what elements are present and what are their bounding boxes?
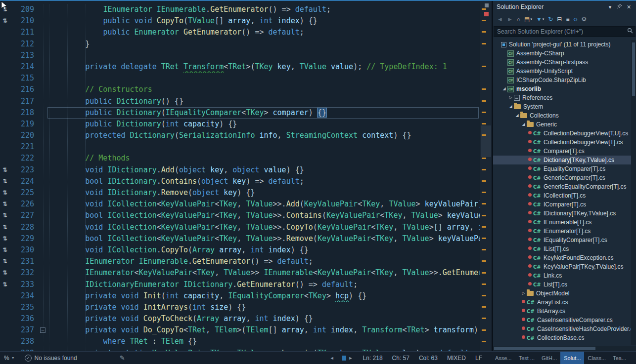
line-number[interactable]: 212	[15, 39, 39, 50]
code-text[interactable]: public Enumerator GetEnumerator() => def…	[49, 27, 480, 38]
line-number[interactable]: 235	[15, 302, 39, 313]
collapsed-arrow-icon[interactable]: ▷	[507, 93, 514, 102]
code-text[interactable]: bool ICollection<KeyValuePair<TKey, TVal…	[49, 210, 480, 221]
line-number[interactable]: 233	[15, 279, 39, 290]
code-text[interactable]	[49, 73, 480, 84]
code-line-227[interactable]: ⇅227 bool ICollection<KeyValuePair<TKey,…	[0, 210, 480, 221]
code-line-216[interactable]: 216 // Constructors	[0, 84, 480, 95]
tree-item[interactable]: C#BitArray.cs	[493, 307, 631, 316]
code-text[interactable]: void ICollection<KeyValuePair<TKey, TVal…	[49, 222, 480, 233]
status-dot-cell[interactable]	[527, 138, 533, 147]
fold-margin[interactable]	[39, 130, 49, 141]
fold-margin[interactable]	[39, 73, 49, 84]
status-dot-cell[interactable]	[527, 173, 533, 182]
line-number[interactable]: 226	[15, 199, 39, 210]
fold-margin[interactable]	[39, 290, 49, 302]
fold-margin[interactable]	[39, 164, 49, 176]
tree-item[interactable]: C#CollectionBase.cs	[493, 333, 631, 342]
status-line[interactable]: Ln: 218	[363, 355, 383, 362]
tree-horizontal-scrollbar[interactable]	[493, 346, 631, 351]
code-line-218[interactable]: 218 public Dictionary(IEqualityComparer<…	[0, 107, 480, 119]
status-dot-cell[interactable]	[520, 324, 527, 333]
status-dot-cell[interactable]	[527, 271, 533, 280]
line-number[interactable]: 236	[15, 313, 39, 324]
collapse-all-icon[interactable]: ⊟	[557, 16, 562, 22]
status-dot-cell[interactable]	[520, 333, 527, 342]
preview-code-icon[interactable]: ‹›	[573, 16, 577, 22]
status-dot-cell[interactable]	[520, 316, 527, 324]
tree-item[interactable]: ◢C#mscorlib	[493, 84, 631, 93]
fold-margin[interactable]	[39, 50, 49, 61]
tree-item[interactable]: C#IEqualityComparer[T].cs	[493, 236, 631, 244]
fold-margin[interactable]	[39, 256, 49, 267]
code-line-213[interactable]: 213	[0, 50, 480, 61]
fold-margin[interactable]	[39, 210, 49, 221]
line-number[interactable]: 238	[15, 336, 39, 347]
code-line-211[interactable]: 211 public Enumerator GetEnumerator() =>…	[0, 27, 480, 38]
panel-tab[interactable]: Asse...	[492, 352, 515, 364]
panel-tab[interactable]: Tea...	[609, 352, 630, 364]
tree-item[interactable]: C#CollectionDebuggerView[T].cs	[493, 138, 631, 147]
tree-item[interactable]: C#IList[T].cs	[493, 244, 631, 253]
tree-item[interactable]: C#Link.cs	[493, 271, 631, 280]
fold-margin[interactable]	[39, 267, 49, 279]
code-text[interactable]: private void CopyToCheck(Array array, in…	[49, 313, 480, 324]
nav-forward-icon[interactable]: ►	[349, 356, 353, 361]
code-line-237[interactable]: 237− private void Do_CopyTo<TRet, TElem>…	[0, 324, 480, 336]
fold-margin[interactable]	[39, 313, 49, 324]
fold-margin[interactable]	[39, 302, 49, 313]
status-dot-cell[interactable]	[527, 191, 533, 200]
fold-margin[interactable]	[39, 153, 49, 164]
fold-margin[interactable]	[39, 84, 49, 95]
code-text[interactable]: bool IDictionary.Contains(object key) =>…	[49, 176, 480, 187]
fold-margin[interactable]	[39, 4, 49, 15]
tree-item[interactable]: C#Dictionary[TKey,TValue].cs	[493, 156, 631, 164]
status-dot-cell[interactable]	[527, 164, 533, 173]
fold-margin[interactable]	[39, 96, 49, 107]
fold-margin[interactable]	[39, 187, 49, 199]
code-text[interactable]: public Dictionary(int capacity) {}	[49, 119, 480, 130]
code-line-234[interactable]: 234 private void Init(int capacity, IEqu…	[0, 290, 480, 302]
fold-margin[interactable]	[39, 222, 49, 233]
search-icon[interactable]	[625, 27, 635, 36]
fold-margin[interactable]	[39, 107, 49, 119]
tree-item[interactable]: ▷ObjectModel	[493, 289, 631, 298]
status-dot-cell[interactable]	[527, 227, 533, 236]
fold-margin[interactable]	[39, 233, 49, 244]
scrollbar-thumb[interactable]	[632, 42, 635, 96]
code-line-221[interactable]: 221	[0, 141, 480, 153]
line-number[interactable]: 223	[15, 164, 39, 176]
status-dot-cell[interactable]	[520, 307, 527, 316]
tree-item[interactable]: C#Assembly-UnityScript	[493, 67, 631, 76]
tree-item[interactable]: C#GenericEqualityComparer[T].cs	[493, 182, 631, 191]
tree-item[interactable]: C#IEnumerator[T].cs	[493, 227, 631, 236]
code-line-238[interactable]: 238 where TRet : TElem {}	[0, 336, 480, 347]
line-number[interactable]: 217	[15, 96, 39, 107]
code-text[interactable]: IEnumerator IEnumerable.GetEnumerator() …	[49, 4, 480, 15]
code-line-215[interactable]: 215	[0, 73, 480, 84]
code-line-232[interactable]: ⇅232 IEnumerator<KeyValuePair<TKey, TVal…	[0, 267, 480, 279]
panel-tab[interactable]: Test ...	[515, 352, 538, 364]
code-line-228[interactable]: ⇅228 void ICollection<KeyValuePair<TKey,…	[0, 222, 480, 233]
code-text[interactable]: }	[49, 39, 480, 50]
fold-margin[interactable]	[39, 336, 49, 347]
panel-tab[interactable]: Solut...	[560, 352, 584, 364]
line-number[interactable]: 209	[15, 4, 39, 15]
fold-margin[interactable]	[39, 15, 49, 27]
code-line-224[interactable]: ⇅224 bool IDictionary.Contains(object ke…	[0, 176, 480, 187]
code-text[interactable]: IEnumerator IEnumerable.GetEnumerator() …	[49, 256, 480, 267]
fold-margin[interactable]	[39, 61, 49, 73]
fold-margin[interactable]	[39, 176, 49, 187]
status-dot-cell[interactable]	[527, 209, 533, 218]
tree-item[interactable]: C#CaseInsensitiveHashCodeProvider.cs	[493, 324, 631, 333]
implements-icon[interactable]: ⇅	[0, 187, 15, 199]
fold-margin[interactable]	[39, 279, 49, 290]
code-line-220[interactable]: 220 protected Dictionary(SerializationIn…	[0, 130, 480, 141]
code-line-217[interactable]: 217 public Dictionary() {}	[0, 96, 480, 107]
panel-tab[interactable]: Class...	[584, 352, 609, 364]
code-text[interactable]: public void CopyTo(TValue[] array, int i…	[49, 15, 480, 27]
code-text[interactable]: void ICollection<KeyValuePair<TKey, TVal…	[49, 199, 480, 210]
status-dot-cell[interactable]	[527, 156, 533, 164]
line-number[interactable]: 215	[15, 73, 39, 84]
code-line-226[interactable]: ⇅226 void ICollection<KeyValuePair<TKey,…	[0, 199, 480, 210]
